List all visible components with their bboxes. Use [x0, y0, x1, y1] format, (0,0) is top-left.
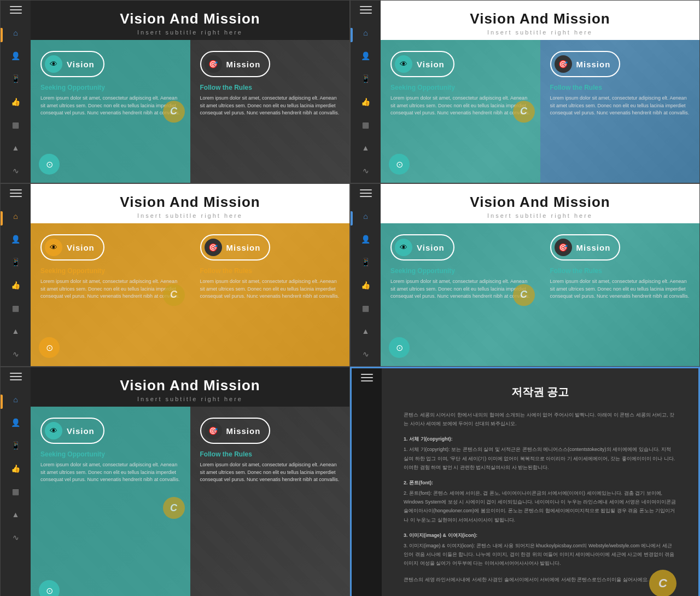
vision-pill-5: 👁 Vision: [40, 418, 104, 444]
slide-header-1: Vision And Mission Insert subtitle right…: [31, 1, 349, 40]
copyright-para-3: 3. 이미지(image) & 이여지(icon): 콘텐스 내에 사용 되어지…: [404, 541, 676, 568]
slide-cell-6: 저작권 공고 콘텐스 세콩의 시어사이 한에서 내의의 협여에 소개되는 사에이…: [350, 367, 700, 596]
hamburger-menu-6[interactable]: [361, 374, 373, 381]
sidebar-icon-chart-2[interactable]: ▲: [359, 141, 372, 154]
sidebar-icon-wave-5[interactable]: ∿: [9, 531, 22, 544]
bottom-circle-3[interactable]: ⊙: [39, 337, 60, 358]
slide-content-2: Vision And Mission Insert subtitle right…: [381, 1, 699, 183]
vision-text-2: Lorem ipsum dolor sit amet, consectetur …: [390, 95, 530, 117]
slide-header-2: Vision And Mission Insert subtitle right…: [381, 1, 699, 40]
c-logo-1: C: [163, 101, 185, 123]
panel-left-5: 👁 Vision Seeking Opportunity Lorem ipsum…: [31, 407, 190, 596]
slide-cell-1: ⌂ 👤 📱 👍 ▦ ▲ ∿ Vision And Mission Insert …: [0, 0, 350, 183]
sidebar-icon-user-5[interactable]: 👤: [9, 416, 22, 429]
sidebar-icon-like-5[interactable]: 👍: [9, 462, 22, 475]
bottom-circle-1[interactable]: ⊙: [39, 154, 60, 175]
mission-heading-1: Follow the Rules: [200, 84, 340, 91]
slide-content-3: Vision And Mission Insert subtitle right…: [31, 184, 349, 366]
mission-label-2: Mission: [576, 60, 611, 69]
slide-subtitle-4: Insert subtitle right here: [386, 212, 694, 219]
panels-4: 👁 Vision Seeking Opportunity Lorem ipsum…: [381, 223, 699, 366]
bottom-circle-5[interactable]: ⊙: [39, 580, 60, 596]
sidebar-icon-user-4[interactable]: 👤: [359, 233, 372, 246]
sidebar-icon-wave-1[interactable]: ∿: [9, 164, 22, 177]
mission-heading-2: Follow the Rules: [550, 84, 690, 91]
bottom-circle-4[interactable]: ⊙: [389, 337, 410, 358]
hamburger-menu-4[interactable]: [360, 189, 372, 197]
hamburger-menu-5[interactable]: [10, 373, 22, 380]
mission-label-4: Mission: [576, 243, 611, 252]
sidebar-icon-home-2[interactable]: ⌂: [359, 26, 372, 39]
sidebar-icon-mobile-5[interactable]: 📱: [9, 439, 22, 452]
sidebar-icon-grid-2[interactable]: ▦: [359, 118, 372, 131]
vision-icon-3: 👁: [45, 239, 62, 256]
mission-label-5: Mission: [226, 426, 261, 436]
panel-right-1: 🎯 Mission Follow the Rules Lorem ipsum d…: [190, 40, 350, 183]
sidebar-icon-mobile-4[interactable]: 📱: [359, 256, 372, 269]
sidebar-6: [352, 368, 382, 596]
sidebar-icon-user-2[interactable]: 👤: [359, 49, 372, 62]
copyright-section-2-title: 2. 폰트(font):: [404, 479, 676, 487]
vision-text-5: Lorem ipsum dolor sit amet, consectetur …: [40, 461, 180, 484]
slide-subtitle-5: Insert subtitle right here: [36, 396, 344, 402]
vision-heading-3: Seeking Opportunity: [40, 267, 180, 275]
slide-header-5: Vision And Mission Insert subtitle right…: [31, 367, 349, 407]
vision-icon-1: 👁: [45, 55, 62, 73]
mission-icon-5: 🎯: [205, 422, 222, 439]
mission-pill-2: 🎯 Mission: [550, 51, 621, 77]
vision-label-1: Vision: [67, 60, 95, 69]
sidebar-icon-home-5[interactable]: ⌂: [9, 393, 22, 406]
sidebar-icon-user-3[interactable]: 👤: [9, 233, 22, 246]
panel-right-4: 🎯 Mission Follow the Rules Lorem ipsum d…: [540, 223, 700, 366]
hamburger-menu-2[interactable]: [360, 6, 372, 14]
sidebar-5: ⌂ 👤 📱 👍 ▦ ▲ ∿: [1, 367, 31, 596]
mission-text-3: Lorem ipsum dolor sit amet, consectetur …: [200, 278, 340, 300]
sidebar-icon-home-3[interactable]: ⌂: [9, 210, 22, 223]
vision-icon-4: 👁: [395, 239, 412, 256]
sidebar-icon-grid-1[interactable]: ▦: [9, 118, 22, 131]
sidebar-icon-user-1[interactable]: 👤: [9, 49, 22, 62]
slide-cell-3: ⌂ 👤 📱 👍 ▦ ▲ ∿ Vision And Mission Insert …: [0, 183, 350, 367]
sidebar-icon-like-3[interactable]: 👍: [9, 279, 22, 292]
vision-icon-5: 👁: [45, 422, 62, 439]
sidebar-icon-mobile-1[interactable]: 📱: [9, 72, 22, 85]
mission-pill-4: 🎯 Mission: [550, 234, 621, 261]
copyright-section-3-title: 3. 이미지(image) & 이여지(icon):: [404, 532, 676, 539]
sidebar-icon-mobile-2[interactable]: 📱: [359, 72, 372, 85]
sidebar-icon-wave-3[interactable]: ∿: [9, 348, 22, 361]
slide-content-4: Vision And Mission Insert subtitle right…: [381, 184, 699, 366]
hamburger-menu-1[interactable]: [10, 6, 22, 14]
sidebar-icon-grid-5[interactable]: ▦: [9, 485, 22, 498]
mission-icon-2: 🎯: [555, 55, 572, 73]
sidebar-icon-chart-3[interactable]: ▲: [9, 325, 22, 338]
slide-subtitle-2: Insert subtitle right here: [386, 29, 694, 36]
copyright-para-2: 2. 폰트(font): 콘텐스 세여에 서이은, 겹 폰노, 네이여이나이콘금…: [404, 489, 676, 524]
sidebar-icon-grid-4[interactable]: ▦: [359, 302, 372, 315]
sidebar-icon-chart-4[interactable]: ▲: [359, 325, 372, 338]
mission-label-1: Mission: [226, 60, 261, 69]
c-logo-5: C: [163, 497, 185, 519]
vision-heading-4: Seeking Opportunity: [390, 267, 530, 275]
sidebar-icon-chart-1[interactable]: ▲: [9, 141, 22, 154]
sidebar-icon-grid-3[interactable]: ▦: [9, 302, 22, 315]
slide-body-1: 👁 Vision Seeking Opportunity Lorem ipsum…: [31, 40, 349, 183]
sidebar-icon-wave-4[interactable]: ∿: [359, 348, 372, 361]
mission-text-5: Lorem ipsum dolor sit amet, consectetur …: [200, 461, 340, 484]
hamburger-menu-3[interactable]: [10, 189, 22, 197]
sidebar-icon-mobile-3[interactable]: 📱: [9, 256, 22, 269]
sidebar-icon-like-2[interactable]: 👍: [359, 95, 372, 108]
sidebar-icon-like-1[interactable]: 👍: [9, 95, 22, 108]
slide-title-3: Vision And Mission: [36, 194, 344, 211]
panel-right-3: 🎯 Mission Follow the Rules Lorem ipsum d…: [190, 223, 350, 366]
sidebar-accent-bar-5: [1, 395, 3, 409]
sidebar-icon-wave-2[interactable]: ∿: [359, 164, 372, 177]
sidebar-icon-home-4[interactable]: ⌂: [359, 210, 372, 223]
sidebar-icon-like-4[interactable]: 👍: [359, 279, 372, 292]
copyright-para-4: 큰텐스의 세영 라인서에사내에 서세한 사겸인 솔에서이에서이 서비에에 서세한…: [404, 575, 676, 584]
sidebar-icon-home-1[interactable]: ⌂: [9, 26, 22, 39]
bottom-circle-2[interactable]: ⊙: [389, 154, 410, 175]
vision-heading-1: Seeking Opportunity: [40, 84, 180, 91]
vision-heading-2: Seeking Opportunity: [390, 84, 530, 91]
mission-icon-3: 🎯: [205, 239, 222, 256]
sidebar-icon-chart-5[interactable]: ▲: [9, 508, 22, 521]
